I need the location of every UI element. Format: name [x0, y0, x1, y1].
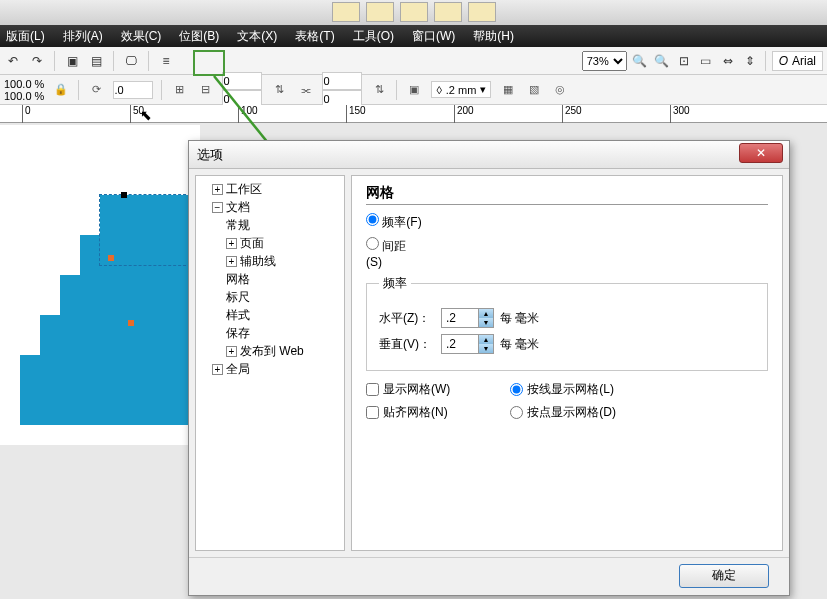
options-tree[interactable]: +工作区 −文档 常规 +页面 +辅助线 网格 标尺 样式 保存 +发布到 We…: [195, 175, 345, 551]
outline-width[interactable]: ◊.2 mm▾: [431, 81, 491, 98]
link-icon[interactable]: ⫘: [296, 81, 314, 99]
zoom-width-icon[interactable]: ⇔: [719, 52, 737, 70]
cursor-icon: ⬉: [140, 107, 152, 123]
options-dialog: 选项 ✕ +工作区 −文档 常规 +页面 +辅助线 网格 标尺 样式 保存 +发…: [188, 140, 790, 596]
canvas-area[interactable]: [0, 125, 200, 445]
zoom-height-icon[interactable]: ⇕: [741, 52, 759, 70]
radio-frequency[interactable]: 频率(F): [366, 213, 422, 231]
tree-global[interactable]: +全局: [212, 360, 342, 378]
radio-show-line[interactable]: 按线显示网格(L): [510, 381, 616, 398]
toolbar-main: ↶ ↷ ▣ ▤ 🖵 ≡ 73% 🔍 🔍 ⊡ ▭ ⇔ ⇕ OArial: [0, 47, 827, 75]
scale-readout: 100.0 % 100.0 %: [4, 78, 44, 102]
menu-bar: 版面(L) 排列(A) 效果(C) 位图(B) 文本(X) 表格(T) 工具(O…: [0, 25, 827, 47]
undo-icon[interactable]: ↶: [4, 52, 22, 70]
unit-v: 每 毫米: [500, 336, 539, 353]
dialog-titlebar[interactable]: 选项 ✕: [189, 141, 789, 169]
font-select[interactable]: OArial: [772, 51, 823, 71]
check-show-grid[interactable]: 显示网格(W): [366, 381, 450, 398]
rotate-icon: ⟳: [87, 81, 105, 99]
spinner2-icon[interactable]: ⇅: [370, 81, 388, 99]
menu-table[interactable]: 表格(T): [295, 28, 334, 45]
options-icon[interactable]: ≡: [157, 52, 175, 70]
wrap-icon[interactable]: ▣: [405, 81, 423, 99]
menu-effects[interactable]: 效果(C): [121, 28, 162, 45]
close-button[interactable]: ✕: [739, 143, 783, 163]
menu-tools[interactable]: 工具(O): [353, 28, 394, 45]
horizontal-spinner[interactable]: ▲▼: [441, 308, 494, 328]
check-snap-grid[interactable]: 贴齐网格(N): [366, 404, 450, 421]
val-a1[interactable]: [222, 72, 262, 90]
back-icon[interactable]: ▧: [525, 81, 543, 99]
label-horizontal: 水平(Z)：: [379, 310, 435, 327]
export-icon[interactable]: ▤: [87, 52, 105, 70]
redo-icon[interactable]: ↷: [28, 52, 46, 70]
menu-text[interactable]: 文本(X): [237, 28, 277, 45]
tree-workspace[interactable]: +工作区: [212, 180, 342, 198]
lock-icon[interactable]: 🔒: [52, 81, 70, 99]
zoom-in-icon[interactable]: 🔍: [631, 52, 649, 70]
ruler-horizontal: 0 50 100 150 200 250 300 ⬉: [0, 105, 827, 123]
tree-page[interactable]: +页面: [226, 234, 342, 252]
radio-spacing[interactable]: 间距(S): [366, 237, 422, 269]
vertical-spinner[interactable]: ▲▼: [441, 334, 494, 354]
radio-show-dot[interactable]: 按点显示网格(D): [510, 404, 616, 421]
panel-heading: 网格: [366, 184, 768, 205]
menu-layout[interactable]: 版面(L): [6, 28, 45, 45]
val-b1[interactable]: [322, 72, 362, 90]
zoom-select[interactable]: 73%: [582, 51, 627, 71]
window-frame: [0, 0, 827, 25]
tree-grid[interactable]: 网格: [226, 270, 342, 288]
menu-window[interactable]: 窗口(W): [412, 28, 455, 45]
unit-h: 每 毫米: [500, 310, 539, 327]
tree-save[interactable]: 保存: [226, 324, 342, 342]
ok-button[interactable]: 确定: [679, 564, 769, 588]
tree-guides[interactable]: +辅助线: [226, 252, 342, 270]
zoom-fit-icon[interactable]: ⊡: [675, 52, 693, 70]
front-icon[interactable]: ▦: [499, 81, 517, 99]
menu-arrange[interactable]: 排列(A): [63, 28, 103, 45]
toolbar-properties: 100.0 % 100.0 % 🔒 ⟳ ⊞ ⊟ ⇅ ⫘ ⇅ ▣ ◊.2 mm▾ …: [0, 75, 827, 105]
import-icon[interactable]: ▣: [63, 52, 81, 70]
zoom-page-icon[interactable]: ▭: [697, 52, 715, 70]
zoom-out-icon[interactable]: 🔍: [653, 52, 671, 70]
menu-help[interactable]: 帮助(H): [473, 28, 514, 45]
zoom-group: 73% 🔍 🔍 ⊡ ▭ ⇔ ⇕ OArial: [582, 51, 823, 71]
rotation-input[interactable]: [113, 81, 153, 99]
grid-panel: 网格 频率(F) 间距(S) 频率 水平(Z)： ▲▼ 每 毫米 垂直(V)： …: [351, 175, 783, 551]
align-icon[interactable]: ⊞: [170, 81, 188, 99]
menu-bitmap[interactable]: 位图(B): [179, 28, 219, 45]
spinner-icon[interactable]: ⇅: [270, 81, 288, 99]
screen-icon[interactable]: 🖵: [122, 52, 140, 70]
tree-document[interactable]: −文档 常规 +页面 +辅助线 网格 标尺 样式 保存 +发布到 Web: [212, 198, 342, 360]
dialog-footer: 确定: [189, 557, 789, 593]
convert-icon[interactable]: ◎: [551, 81, 569, 99]
tree-publish[interactable]: +发布到 Web: [226, 342, 342, 360]
frequency-fieldset: 频率 水平(Z)： ▲▼ 每 毫米 垂直(V)： ▲▼ 每 毫米: [366, 275, 768, 371]
tree-style[interactable]: 样式: [226, 306, 342, 324]
label-vertical: 垂直(V)：: [379, 336, 435, 353]
distribute-icon[interactable]: ⊟: [196, 81, 214, 99]
tree-ruler[interactable]: 标尺: [226, 288, 342, 306]
tree-general[interactable]: 常规: [226, 216, 342, 234]
dialog-title: 选项: [197, 146, 223, 164]
